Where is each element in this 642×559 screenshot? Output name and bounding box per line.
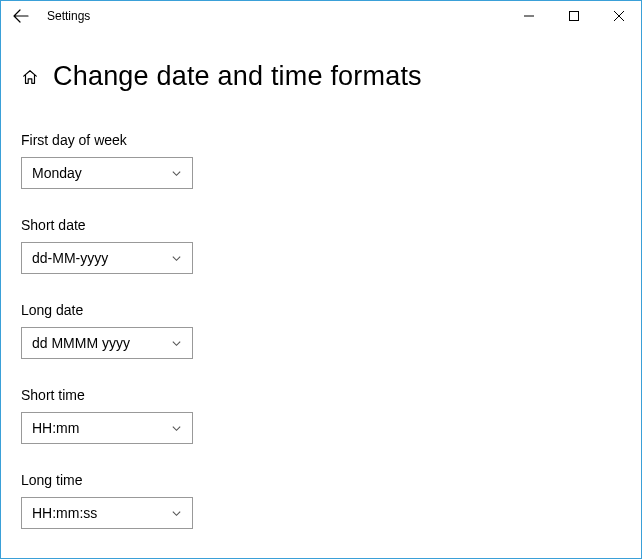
combo-long-time[interactable]: HH:mm:ss (21, 497, 193, 529)
combo-short-time[interactable]: HH:mm (21, 412, 193, 444)
maximize-button[interactable] (551, 2, 596, 31)
field-long-date: Long date dd MMMM yyyy (21, 302, 621, 359)
field-short-date: Short date dd-MM-yyyy (21, 217, 621, 274)
settings-window: Settings (0, 0, 642, 559)
combo-value: dd MMMM yyyy (32, 335, 130, 351)
combo-first-day-of-week[interactable]: Monday (21, 157, 193, 189)
home-icon[interactable] (21, 68, 39, 86)
close-button[interactable] (596, 2, 641, 31)
chevron-down-icon (171, 508, 182, 519)
arrow-left-icon (13, 8, 29, 24)
field-long-time: Long time HH:mm:ss (21, 472, 621, 529)
field-first-day-of-week: First day of week Monday (21, 132, 621, 189)
label-long-time: Long time (21, 472, 621, 488)
combo-value: HH:mm:ss (32, 505, 97, 521)
maximize-icon (569, 11, 579, 21)
chevron-down-icon (171, 253, 182, 264)
window-controls (506, 2, 641, 31)
chevron-down-icon (171, 338, 182, 349)
page-title: Change date and time formats (53, 61, 422, 92)
label-first-day-of-week: First day of week (21, 132, 621, 148)
field-short-time: Short time HH:mm (21, 387, 621, 444)
titlebar-left: Settings (7, 2, 90, 30)
label-short-date: Short date (21, 217, 621, 233)
combo-long-date[interactable]: dd MMMM yyyy (21, 327, 193, 359)
label-short-time: Short time (21, 387, 621, 403)
close-icon (614, 11, 624, 21)
page-header: Change date and time formats (21, 61, 621, 92)
content-area: Change date and time formats First day o… (1, 31, 641, 529)
svg-rect-1 (569, 12, 578, 21)
chevron-down-icon (171, 423, 182, 434)
chevron-down-icon (171, 168, 182, 179)
titlebar: Settings (1, 1, 641, 31)
back-button[interactable] (7, 2, 35, 30)
minimize-button[interactable] (506, 2, 551, 31)
combo-value: dd-MM-yyyy (32, 250, 108, 266)
combo-short-date[interactable]: dd-MM-yyyy (21, 242, 193, 274)
combo-value: Monday (32, 165, 82, 181)
combo-value: HH:mm (32, 420, 79, 436)
minimize-icon (524, 11, 534, 21)
window-title: Settings (47, 9, 90, 23)
label-long-date: Long date (21, 302, 621, 318)
